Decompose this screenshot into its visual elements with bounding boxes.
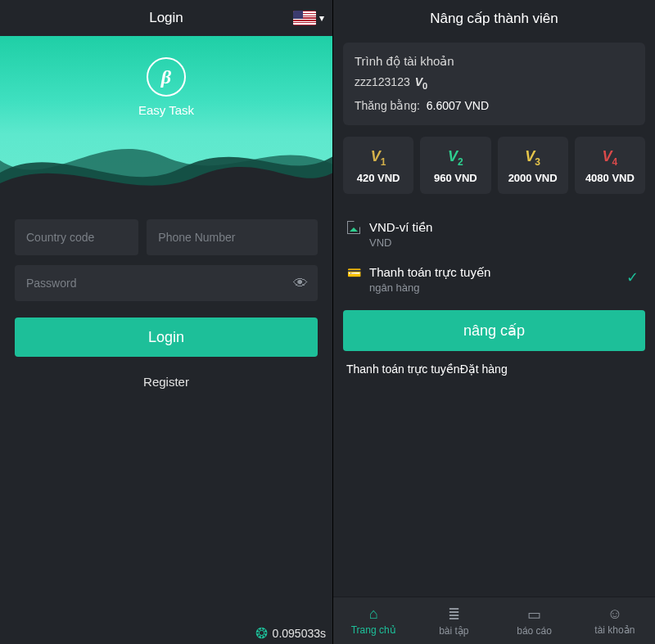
register-link[interactable]: Register xyxy=(15,375,318,389)
tab-label: báo cáo xyxy=(517,625,552,637)
payment-subtitle: ngân hàng xyxy=(369,281,490,294)
login-button[interactable]: Login xyxy=(15,317,318,357)
app-logo-icon: β xyxy=(147,57,186,97)
account-card: Trình độ tài khoản zzz123123 V0 Thăng bằ… xyxy=(343,43,645,125)
tab-tasks[interactable]: ≣ bài tập xyxy=(413,606,494,637)
tab-account[interactable]: ☺ tài khoản xyxy=(575,606,655,636)
tier-v1[interactable]: V1 420 VND xyxy=(343,137,413,195)
app-name: Easy Task xyxy=(0,103,332,117)
balance-value: 6.6007 VND xyxy=(427,99,489,112)
hero-banner: β Easy Task xyxy=(0,36,332,200)
tier-price: 4080 VND xyxy=(575,172,645,184)
payment-title: Thanh toán trực tuyến xyxy=(369,265,490,280)
tab-report[interactable]: ▭ báo cáo xyxy=(495,606,575,637)
flame-icon: ❂ xyxy=(255,626,268,641)
us-flag-icon xyxy=(293,11,316,25)
login-screen: Login ▾ β Easy Task 👁 Login Register ❂ 0… xyxy=(0,0,333,644)
wave-decoration xyxy=(0,128,332,200)
payment-methods: VND-ví tiền VND 💳 Thanh toán trực tuyến … xyxy=(346,212,642,302)
balance-label: Thăng bằng: xyxy=(355,99,420,112)
tab-label: tài khoản xyxy=(594,624,635,636)
tab-label: Trang chủ xyxy=(351,624,396,636)
tier-v4[interactable]: V4 4080 VND xyxy=(575,137,645,195)
tier-price: 960 VND xyxy=(420,172,490,184)
login-title: Login xyxy=(149,10,183,26)
tab-label: bài tập xyxy=(439,625,468,637)
level-badge: V0 xyxy=(415,75,427,91)
load-timer: ❂ 0.095033s xyxy=(255,626,326,641)
bottom-tabbar: ⌂ Trang chủ ≣ bài tập ▭ báo cáo ☺ tài kh… xyxy=(333,597,655,644)
tab-home[interactable]: ⌂ Trang chủ xyxy=(333,606,413,636)
tier-list: V1 420 VND V2 960 VND V3 2000 VND V4 408… xyxy=(343,137,645,195)
account-icon: ☺ xyxy=(575,606,655,623)
payment-wallet[interactable]: VND-ví tiền VND xyxy=(346,212,642,257)
credit-card-icon: 💳 xyxy=(346,265,361,280)
check-icon: ✓ xyxy=(626,268,639,286)
show-password-icon[interactable]: 👁 xyxy=(293,275,308,292)
upgrade-title: Nâng cấp thành viên xyxy=(333,0,655,36)
timer-value: 0.095033s xyxy=(273,627,326,640)
password-input[interactable] xyxy=(15,265,318,301)
payment-online[interactable]: 💳 Thanh toán trực tuyến ngân hàng ✓ xyxy=(346,257,642,302)
login-header: Login ▾ xyxy=(0,0,332,36)
upgrade-button[interactable]: nâng cấp xyxy=(343,310,645,351)
tasks-icon: ≣ xyxy=(413,606,494,624)
country-code-input[interactable] xyxy=(15,219,138,255)
chevron-down-icon: ▾ xyxy=(319,12,324,24)
phone-input[interactable] xyxy=(147,219,318,255)
username: zzz123123 xyxy=(355,75,410,88)
payment-subtitle: VND xyxy=(369,236,432,249)
payment-title: VND-ví tiền xyxy=(369,220,432,235)
tier-price: 420 VND xyxy=(343,172,413,184)
broken-image-icon xyxy=(346,220,361,235)
upgrade-screen: Nâng cấp thành viên Trình độ tài khoản z… xyxy=(333,0,655,644)
login-form: 👁 Login Register xyxy=(0,200,332,389)
tier-v2[interactable]: V2 960 VND xyxy=(420,137,490,195)
tier-price: 2000 VND xyxy=(498,172,568,184)
home-icon: ⌂ xyxy=(333,606,413,623)
report-icon: ▭ xyxy=(495,606,575,624)
level-label: Trình độ tài khoản xyxy=(355,54,634,69)
language-selector[interactable]: ▾ xyxy=(293,0,324,36)
upgrade-note: Thanh toán trực tuyềnĐặt hàng xyxy=(346,363,642,376)
tier-v3[interactable]: V3 2000 VND xyxy=(498,137,568,195)
